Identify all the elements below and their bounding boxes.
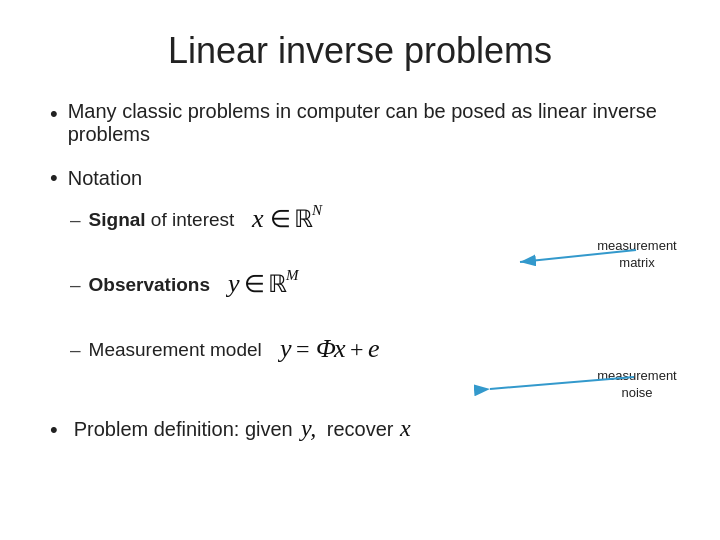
annotation-measurement-matrix: measurement matrix <box>592 238 682 272</box>
bullet-dot-1: • <box>50 100 58 129</box>
bullet-list: • Many classic problems in computer can … <box>50 100 670 394</box>
svg-text:x: x <box>399 415 411 441</box>
measurement-label-rest: Measurement model <box>89 339 262 361</box>
observations-math: y ∈ ℝ M <box>226 264 316 307</box>
dash-observations: – <box>70 274 81 296</box>
signal-label-bold: Signal <box>89 209 146 231</box>
bullet-dot-3: • <box>50 417 58 443</box>
notation-observations: – Observations y ∈ ℝ M <box>50 264 670 307</box>
slide-title: Linear inverse problems <box>50 30 670 72</box>
notation-signal: – Signal of interest x ∈ ℝ N <box>50 199 670 242</box>
svg-text:y: y <box>226 269 240 298</box>
bullet-text-1: Many classic problems in computer can be… <box>68 100 670 146</box>
observations-label-bold: Observations <box>89 274 210 296</box>
bullet-item-1: • Many classic problems in computer can … <box>50 100 670 146</box>
annotation-measurement-noise: measurement noise <box>592 368 682 402</box>
svg-text:∈: ∈ <box>270 206 291 232</box>
svg-text:y,: y, <box>299 415 316 441</box>
notation-list: – Signal of interest x ∈ ℝ N <box>50 199 670 394</box>
problem-def-recover: recover <box>327 418 394 441</box>
svg-text:x: x <box>333 334 346 363</box>
signal-label-rest: of interest <box>146 209 235 231</box>
svg-text:x: x <box>251 204 264 233</box>
svg-text:+: + <box>350 336 364 362</box>
dash-measurement: – <box>70 339 81 361</box>
svg-text:M: M <box>285 267 300 283</box>
measurement-math: y = Φ x + e <box>278 329 408 372</box>
bullet-item-2: • Notation – Signal of interest x ∈ ℝ <box>50 164 670 394</box>
notation-measurement-model: – Measurement model y = Φ x + e <box>50 329 670 372</box>
svg-text:e: e <box>368 334 380 363</box>
svg-text:∈: ∈ <box>244 271 265 297</box>
svg-text:y: y <box>278 334 292 363</box>
problem-def-math-x: x <box>399 412 417 448</box>
svg-text:N: N <box>311 202 323 218</box>
problem-def-math-y: y, <box>299 412 321 448</box>
dash-signal: – <box>70 209 81 231</box>
svg-text:Φ: Φ <box>316 334 336 363</box>
svg-text:=: = <box>296 336 310 362</box>
bullet-text-2: Notation <box>68 167 143 190</box>
bullet-dot-2: • <box>50 164 58 193</box>
problem-definition: • Problem definition: given y, recover x <box>50 412 670 448</box>
svg-text:ℝ: ℝ <box>294 206 313 232</box>
signal-math: x ∈ ℝ N <box>250 199 340 242</box>
svg-text:ℝ: ℝ <box>268 271 287 297</box>
slide: Linear inverse problems • Many classic p… <box>0 0 720 540</box>
problem-def-text: Problem definition: given <box>74 418 293 441</box>
